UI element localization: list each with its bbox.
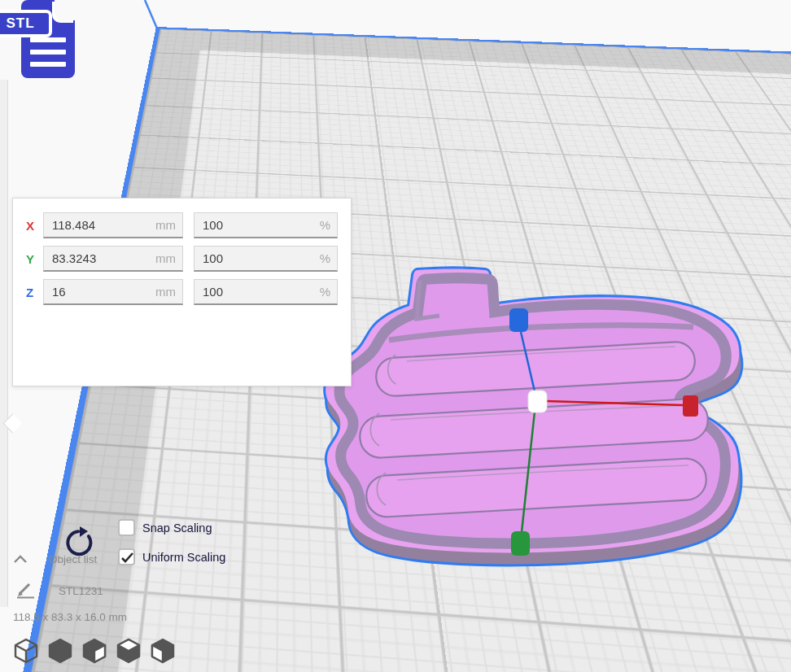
x-mm-unit: mm (155, 218, 176, 232)
scale-row-x: X mm % (26, 212, 351, 238)
stl-badge: STL (0, 10, 52, 37)
pencil-edit-icon (16, 583, 36, 599)
cube-solid-icon (47, 638, 73, 664)
x-percent-field-wrap: % (194, 212, 338, 238)
x-percent-input[interactable] (194, 213, 337, 237)
object-name: STL1231 (59, 585, 103, 597)
x-percent-unit: % (320, 218, 330, 232)
uniform-scaling-row: Uniform Scaling (118, 548, 225, 565)
scale-row-y: Y mm % (26, 246, 351, 272)
uniform-scaling-checkbox[interactable] (118, 548, 135, 565)
view-right-button[interactable] (150, 638, 176, 664)
left-edge-strip (0, 80, 8, 607)
scale-tool-panel: X mm % Y mm % Z mm (12, 198, 352, 386)
z-percent-unit: % (320, 285, 330, 299)
y-percent-input[interactable] (194, 247, 337, 270)
model-dimensions: 118.5 x 83.3 x 16.0 mm (13, 611, 127, 623)
stl-folded-corner (55, 0, 76, 20)
camera-view-buttons (13, 638, 176, 664)
snap-scaling-checkbox[interactable] (118, 519, 135, 536)
z-percent-field-wrap: % (194, 279, 338, 305)
stl-file-icon: STL (5, 0, 75, 80)
y-axis-label: Y (26, 252, 43, 266)
snap-scaling-row: Snap Scaling (118, 519, 212, 536)
x-axis-label: X (26, 219, 43, 233)
z-mm-field-wrap: mm (43, 279, 183, 305)
x-mm-field-wrap: mm (43, 212, 183, 238)
cube-top-face-icon (116, 638, 142, 664)
z-percent-input[interactable] (194, 280, 337, 303)
uniform-scaling-label: Uniform Scaling (142, 551, 225, 564)
y-mm-field-wrap: mm (43, 246, 183, 272)
cube-right-face-icon (81, 638, 107, 664)
cube-left-face-icon (150, 638, 176, 664)
view-top-button[interactable] (81, 638, 107, 664)
view-front-button[interactable] (47, 638, 73, 664)
z-mm-unit: mm (155, 285, 176, 299)
y-mm-unit: mm (155, 251, 176, 265)
z-axis-label: Z (26, 286, 43, 299)
view-3d-button[interactable] (13, 638, 39, 664)
cube-wireframe-icon (13, 638, 39, 664)
object-list-toggle[interactable]: Object list (13, 553, 97, 565)
snap-scaling-label: Snap Scaling (142, 521, 212, 535)
object-list-label: Object list (49, 553, 97, 565)
y-percent-unit: % (320, 251, 330, 265)
view-left-button[interactable] (116, 638, 142, 664)
y-percent-field-wrap: % (194, 246, 338, 272)
chevron-up-icon (13, 555, 28, 564)
object-list-item[interactable]: STL1231 (16, 583, 103, 599)
scale-row-z: Z mm % (26, 279, 351, 305)
